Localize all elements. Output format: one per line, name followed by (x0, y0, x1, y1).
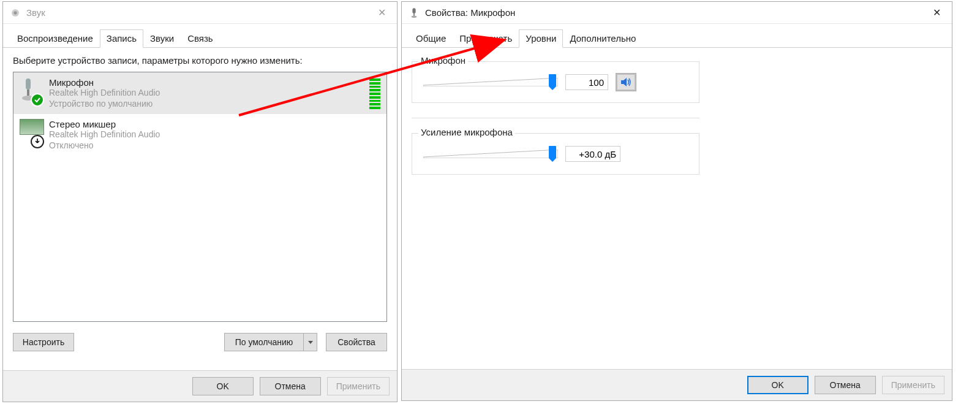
mixer-icon (20, 119, 44, 146)
check-icon (31, 93, 44, 107)
ok-button[interactable]: OK (747, 376, 809, 394)
mic-boost-slider[interactable] (423, 145, 558, 163)
apply-button[interactable]: Применить (327, 377, 390, 395)
microphone-icon (20, 77, 44, 104)
titlebar[interactable]: Свойства: Микрофон ✕ (402, 2, 952, 24)
mic-level-value[interactable]: 100 (565, 74, 608, 90)
tab-general[interactable]: Общие (409, 29, 453, 48)
device-driver: Realtek High Definition Audio (49, 129, 380, 140)
slider-thumb[interactable] (549, 146, 556, 158)
group-legend: Усиление микрофона (418, 127, 515, 137)
tab-advanced[interactable]: Дополнительно (563, 29, 643, 48)
group-legend: Микрофон (418, 55, 468, 66)
device-name: Стерео микшер (49, 119, 380, 129)
apply-button[interactable]: Применить (882, 376, 944, 394)
sound-dialog: Звук ✕ Воспроизведение Запись Звуки Связ… (2, 1, 398, 402)
window-title: Звук (26, 7, 45, 18)
mic-level-slider[interactable] (423, 73, 558, 91)
svg-marker-11 (423, 150, 558, 158)
svg-marker-5 (308, 341, 313, 344)
arrow-down-icon (31, 135, 44, 148)
divider (412, 118, 699, 118)
svg-point-1 (13, 11, 17, 14)
speaker-icon (9, 7, 21, 19)
mic-boost-group: Усиление микрофона +30.0 дБ (412, 133, 699, 175)
slider-thumb[interactable] (549, 74, 556, 86)
default-button[interactable]: По умолчанию (224, 333, 304, 351)
tab-record[interactable]: Запись (100, 29, 143, 48)
dialog-footer: OK Отмена Применить (402, 369, 952, 400)
configure-button[interactable]: Настроить (13, 333, 74, 351)
device-driver: Realtek High Definition Audio (49, 88, 380, 99)
tab-listen[interactable]: Прослушать (453, 29, 519, 48)
close-icon[interactable]: ✕ (927, 7, 946, 18)
level-meter (369, 78, 380, 109)
titlebar[interactable]: Звук ✕ (3, 2, 397, 24)
device-status: Устройство по умолчанию (49, 99, 380, 110)
device-list[interactable]: Микрофон Realtek High Definition Audio У… (13, 72, 387, 322)
ok-button[interactable]: OK (192, 377, 254, 395)
mic-properties-dialog: Свойства: Микрофон ✕ Общие Прослушать Ур… (401, 1, 952, 401)
tabstrip: Общие Прослушать Уровни Дополнительно (402, 24, 952, 48)
tab-levels[interactable]: Уровни (519, 29, 563, 48)
microphone-icon (408, 7, 420, 19)
tab-playback[interactable]: Воспроизведение (10, 29, 100, 48)
svg-point-8 (412, 15, 417, 18)
mute-button[interactable] (616, 73, 636, 91)
default-dropdown[interactable]: По умолчанию (224, 333, 317, 351)
svg-rect-6 (412, 8, 415, 13)
tab-communications[interactable]: Связь (181, 29, 219, 48)
cancel-button[interactable]: Отмена (260, 377, 321, 395)
chevron-down-icon[interactable] (304, 333, 317, 351)
window-title: Свойства: Микрофон (425, 7, 515, 18)
dialog-footer: OK Отмена Применить (3, 370, 397, 402)
svg-rect-2 (26, 78, 31, 90)
close-icon[interactable]: ✕ (372, 7, 391, 18)
svg-marker-9 (423, 78, 558, 86)
mic-level-group: Микрофон 100 (412, 61, 699, 103)
device-status: Отключено (49, 140, 380, 151)
list-item[interactable]: Микрофон Realtek High Definition Audio У… (13, 72, 386, 114)
device-name: Микрофон (49, 77, 380, 88)
cancel-button[interactable]: Отмена (815, 376, 876, 394)
svg-marker-10 (621, 78, 627, 86)
instruction-text: Выберите устройство записи, параметры ко… (13, 55, 387, 66)
list-item[interactable]: Стерео микшер Realtek High Definition Au… (13, 114, 386, 156)
tabstrip: Воспроизведение Запись Звуки Связь (3, 24, 397, 48)
tab-sounds[interactable]: Звуки (143, 29, 181, 48)
svg-rect-3 (27, 90, 29, 96)
mic-boost-value[interactable]: +30.0 дБ (565, 146, 620, 162)
properties-button[interactable]: Свойства (326, 333, 387, 351)
